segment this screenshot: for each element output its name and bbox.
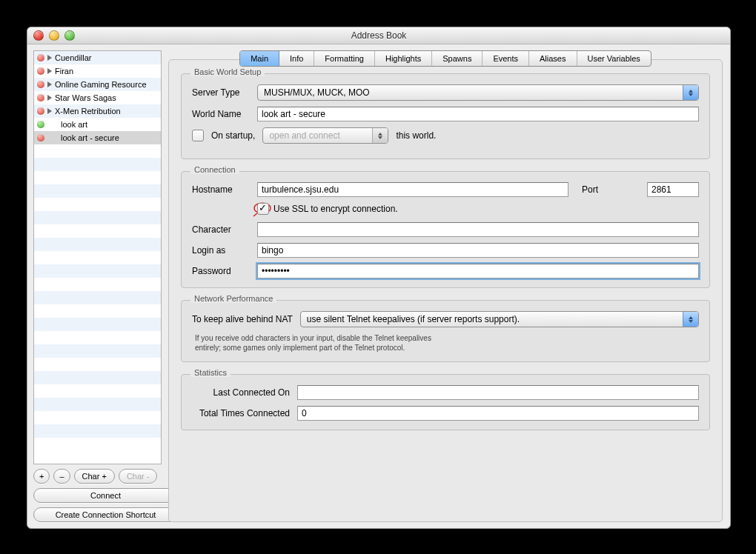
world-list-label: X-Men Retribution: [55, 107, 121, 116]
login-label: Login as: [192, 245, 250, 256]
world-list-item[interactable]: Firan: [34, 64, 161, 78]
window-title: Address Book: [351, 30, 407, 41]
last-connected-input[interactable]: [297, 385, 699, 400]
titlebar: Address Book: [27, 27, 730, 44]
world-list-empty-row: [34, 438, 161, 451]
world-list[interactable]: CuendillarFiranOnline Gaming ResourceSta…: [33, 50, 162, 464]
select-arrows-icon: [683, 312, 698, 327]
disclosure-triangle-icon: [47, 68, 52, 74]
sidebar: CuendillarFiranOnline Gaming ResourceSta…: [27, 44, 165, 528]
tab-highlights[interactable]: Highlights: [375, 51, 432, 66]
status-orb-icon: [37, 81, 44, 88]
keepalive-label: To keep alive behind NAT: [192, 314, 293, 324]
char-add-button[interactable]: Char +: [74, 469, 115, 484]
world-list-label: look art: [61, 120, 87, 129]
port-input[interactable]: [647, 182, 699, 197]
world-list-item[interactable]: Star Wars Sagas: [34, 91, 161, 104]
group-basic-world-setup: Basic World Setup Server Type MUSH/MUX, …: [181, 73, 710, 159]
world-list-empty-row: [34, 424, 161, 438]
select-arrows-icon: [372, 128, 388, 143]
disclosure-triangle-icon: [47, 55, 52, 61]
group-legend: Basic World Setup: [190, 67, 265, 76]
world-list-item[interactable]: Cuendillar: [34, 51, 161, 64]
disclosure-triangle-icon: [47, 95, 52, 101]
character-input[interactable]: [257, 222, 699, 237]
char-remove-button: Char -: [119, 469, 158, 484]
world-list-empty-row: [34, 171, 161, 184]
connect-button[interactable]: Connect: [33, 488, 178, 503]
world-list-empty-row: [34, 238, 161, 251]
disclosure-triangle-icon: [47, 81, 52, 87]
tab-panel-main: Basic World Setup Server Type MUSH/MUX, …: [168, 59, 723, 522]
world-list-empty-row: [34, 251, 161, 264]
character-label: Character: [192, 224, 250, 235]
group-legend: Statistics: [190, 368, 231, 377]
tab-user-variables[interactable]: User Variables: [577, 51, 651, 66]
select-arrows-icon: [683, 85, 698, 100]
world-list-empty-row: [34, 291, 161, 304]
tab-formatting[interactable]: Formatting: [314, 51, 375, 66]
disclosure-triangle-icon: [47, 108, 52, 114]
world-list-item[interactable]: look art: [34, 118, 161, 131]
world-list-empty-row: [34, 304, 161, 318]
hostname-input[interactable]: [257, 182, 568, 197]
tab-info[interactable]: Info: [279, 51, 314, 66]
startup-action-select: open and connect: [262, 127, 388, 144]
tab-events[interactable]: Events: [483, 51, 529, 66]
world-list-item[interactable]: X-Men Retribution: [34, 104, 161, 118]
tab-aliases[interactable]: Aliases: [529, 51, 577, 66]
minimize-icon[interactable]: [49, 30, 59, 41]
remove-world-button[interactable]: –: [53, 469, 70, 484]
tab-spawns[interactable]: Spawns: [432, 51, 483, 66]
close-icon[interactable]: [33, 30, 44, 41]
world-list-item[interactable]: look art - secure: [34, 131, 161, 144]
world-list-empty-row: [34, 358, 161, 371]
world-list-empty-row: [34, 331, 161, 344]
hostname-label: Hostname: [192, 184, 250, 195]
world-list-label: Star Wars Sagas: [55, 93, 116, 102]
group-statistics: Statistics Last Connected On Total Times…: [181, 374, 710, 430]
world-list-label: Online Gaming Resource: [55, 80, 147, 89]
add-world-button[interactable]: +: [33, 469, 50, 484]
world-list-empty-row: [34, 278, 161, 291]
world-list-item[interactable]: Online Gaming Resource: [34, 78, 161, 91]
status-orb-icon: [37, 134, 44, 141]
world-name-input[interactable]: [257, 107, 699, 121]
password-input[interactable]: [257, 264, 699, 278]
status-orb-icon: [37, 94, 44, 101]
last-connected-label: Last Connected On: [192, 387, 290, 398]
keepalive-select[interactable]: use silent Telnet keepalives (if server …: [300, 311, 699, 327]
group-legend: Connection: [190, 165, 239, 174]
world-list-empty-row: [34, 198, 161, 211]
login-input[interactable]: [257, 243, 699, 258]
world-list-empty-row: [34, 144, 161, 158]
ssl-checkbox[interactable]: [257, 203, 269, 215]
world-list-label: look art - secure: [61, 133, 119, 142]
status-orb-icon: [37, 107, 44, 115]
world-list-empty-row: [34, 224, 161, 238]
world-list-empty-row: [34, 318, 161, 331]
password-label: Password: [192, 266, 250, 276]
server-type-label: Server Type: [192, 87, 250, 98]
shortcut-button[interactable]: Create Connection Shortcut: [33, 507, 178, 522]
world-list-label: Firan: [55, 67, 73, 76]
server-type-select[interactable]: MUSH/MUX, MUCK, MOO: [257, 84, 699, 101]
world-list-empty-row: [34, 211, 161, 224]
tab-main[interactable]: Main: [240, 51, 279, 66]
world-list-empty-row: [34, 344, 161, 358]
total-connected-input[interactable]: [297, 406, 699, 421]
world-list-empty-row: [34, 411, 161, 424]
on-startup-checkbox[interactable]: [192, 130, 204, 141]
world-list-empty-row: [34, 184, 161, 198]
total-connected-label: Total Times Connected: [192, 408, 290, 418]
keepalive-hint: If you receive odd characters in your in…: [195, 333, 699, 353]
group-connection: Connection Hostname Port Use: [181, 171, 710, 288]
world-name-label: World Name: [192, 109, 250, 119]
window-controls: [33, 30, 75, 41]
on-startup-label: On startup,: [211, 130, 255, 141]
world-list-label: Cuendillar: [55, 53, 92, 62]
group-network-performance: Network Performance To keep alive behind…: [181, 300, 710, 362]
zoom-icon[interactable]: [64, 30, 75, 41]
ssl-label: Use SSL to encrypt connection.: [273, 204, 398, 214]
content-area: CuendillarFiranOnline Gaming ResourceSta…: [27, 44, 730, 528]
